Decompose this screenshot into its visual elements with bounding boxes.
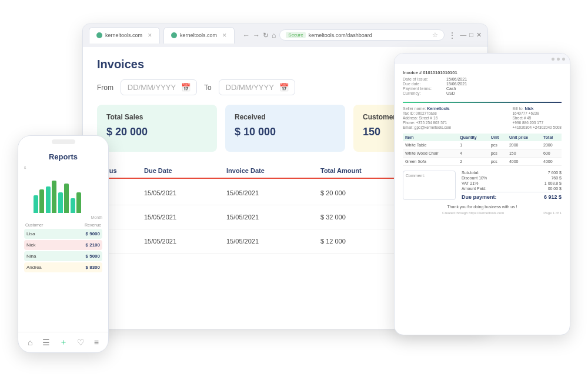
discount-value: 760 $ [551,176,562,180]
nav-add-icon[interactable]: ＋ [59,337,68,348]
comment-box[interactable]: Comment: [403,171,456,200]
tablet-dot-1 [552,58,554,61]
amount-paid-value: 00.00 $ [548,186,562,191]
item2-name: White Wood Chair [403,149,457,158]
url-text: kerneltools.com/dashboard [309,32,372,38]
x-axis-label: Month [24,215,102,219]
tablet-status-bar [395,54,570,64]
bar-group-2 [46,181,56,213]
seller-tax: Tax ID: 000277base [403,111,451,115]
browser-tab-2[interactable]: kerneltools.com ✕ [163,27,235,44]
inv-col-item: Item [403,134,457,141]
item1-name: White Table [403,141,457,149]
phone-table: Customer Revenue Lisa $ 9000 Nick $ 2100… [24,223,102,272]
bar-teal-4 [71,198,75,213]
phone-title: Reports [24,152,102,161]
nav-heart-icon[interactable]: ♡ [77,338,85,347]
sub-total-label: Sub-total: [462,171,479,175]
invoice-document: Invoice # 01010101010101 Date of Issue: … [395,64,570,335]
item1-unit: pcs [489,141,507,149]
invoice-comment-totals: Comment: Sub-total: 7 600 $ Discount 10%… [403,171,562,200]
chart-bars [26,172,100,213]
total-sales-label: Total Sales [106,113,208,121]
customer-name-1: Lisa [26,231,35,236]
tab-label-1: kerneltools.com [105,32,142,38]
invoice-meta: Invoice # 01010101010101 Date of Issue: … [403,70,467,96]
phone-row-nick[interactable]: Nick $ 2100 [24,240,102,250]
from-date-placeholder: DD/MM/YYYY [128,83,176,92]
item3-price: 4000 [507,158,541,166]
nav-docs-icon[interactable]: ☰ [42,338,50,347]
from-date-input[interactable]: DD/MM/YYYY 📅 [121,79,197,95]
phone-content: Reports $ [18,148,108,332]
nav-menu-icon[interactable]: ≡ [94,338,99,347]
minimize-button[interactable]: — [460,31,466,39]
customer-name-3: Nina [26,254,36,259]
to-label: To [204,84,212,92]
phone-row-lisa[interactable]: Lisa $ 9000 [24,229,102,239]
row3-invoice-date: 15/05/2021 [226,238,320,245]
customer-amount-2: $ 2100 [86,242,100,248]
seller-label: Seller name: Kerneltools [403,106,451,111]
tablet-dot-3 [562,58,565,61]
browser-tab-1[interactable]: kerneltools.com ✕ [89,27,160,44]
refresh-button[interactable]: ↻ [263,31,269,39]
buyer-tax: 1640777 +6238 [512,111,562,115]
thank-you-text: Thank you for doing business with us ! [403,205,562,209]
amount-paid-label: Amount Paid: [462,186,486,191]
currency-label: Currency: [403,91,444,95]
invoice-items-table: Item Quantity Unit Unit price Total Whit… [403,134,562,166]
nav-home-icon[interactable]: ⌂ [28,338,32,347]
browser-bar: kerneltools.com ✕ kerneltools.com ✕ ← → … [83,24,487,46]
phone-navigation: ⌂ ☰ ＋ ♡ ≡ [18,332,108,352]
home-button[interactable]: ⌂ [272,31,276,39]
buyer-email: +41020304 +24302040 5008 [512,125,562,129]
bar-green-1 [39,189,44,213]
page-label: Page 1 of 1 [543,211,562,215]
phone-row-andrea[interactable]: Andrea $ 8300 [24,262,102,272]
invoice-footer: Created through https://kerneltools.com … [403,211,562,215]
seller-phone: Phone: +375 254 803 571 [403,121,451,125]
item2-price: 150 [507,149,541,158]
row3-due-date: 15/05/2021 [144,238,226,245]
tab-close-1[interactable]: ✕ [148,32,152,38]
bar-group-4 [71,192,81,213]
tab-close-2[interactable]: ✕ [222,32,227,38]
col-revenue: Revenue [85,223,101,227]
tablet-device: Invoice # 01010101010101 Date of Issue: … [394,53,570,335]
back-button[interactable]: ← [243,31,250,39]
due-value: 15/06/2021 [446,82,467,86]
forward-button[interactable]: → [253,31,260,39]
sub-total-value: 7 600 $ [548,171,562,175]
to-date-input[interactable]: DD/MM/YYYY 📅 [219,79,295,95]
chart-area: $ [24,166,102,213]
inv-col-unit: Unit [489,134,507,141]
item3-unit: pcs [489,158,507,166]
phone-notch [52,139,75,144]
buyer-info: Bill to: Nick 1640777 +6238 Street # 45 … [512,106,562,130]
invoice-meta-payment: Payment terms: Cash [403,86,467,91]
item3-name: Green Sofa [403,158,457,166]
item2-qty: 4 [457,149,488,158]
invoice-meta-issue: Date of Issue: 15/06/2021 [403,77,467,81]
received-value: $ 10 000 [235,126,336,138]
bar-teal-2 [46,186,51,213]
item3-qty: 2 [457,158,488,166]
bookmark-icon[interactable]: ☆ [432,31,438,39]
payment-label: Payment terms: [403,86,444,91]
browser-menu-icon[interactable]: ⋮ [448,31,456,40]
col-invoice-date: Invoice Date [226,167,320,174]
address-bar[interactable]: Secure kerneltools.com/dashboard ☆ [279,29,445,41]
issue-label: Date of Issue: [403,77,444,81]
item1-price: 2000 [507,141,541,149]
phone-row-nina[interactable]: Nina $ 5000 [24,251,102,261]
totals-block: Sub-total: 7 600 $ Discount 10% 760 $ VA… [462,171,562,200]
maximize-button[interactable]: □ [469,31,473,39]
bar-group-3 [58,184,69,213]
seller-email: Email: gpc@kerneltools.com [403,125,451,129]
secure-badge: Secure [286,32,305,38]
item2-total: 600 [541,149,562,158]
seller-name: Kerneltools [427,106,450,111]
due-payment-row: Due payment: 6 912 $ [462,192,562,200]
close-button[interactable]: ✕ [476,31,482,39]
